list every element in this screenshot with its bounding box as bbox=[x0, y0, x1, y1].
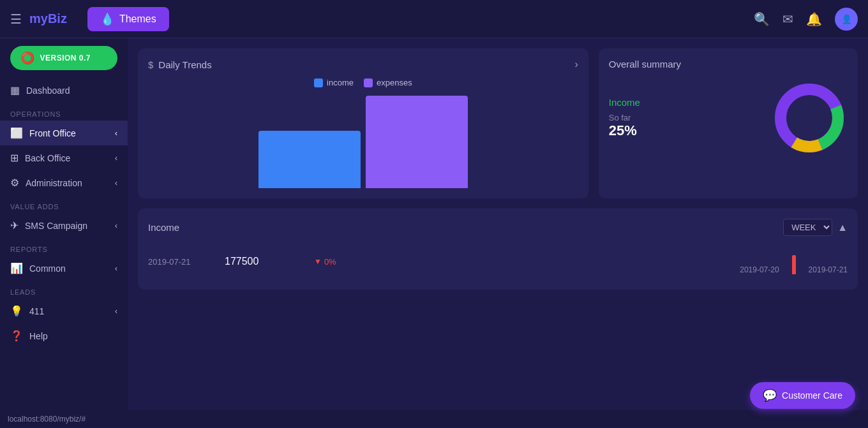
sidebar-item-label: 411 bbox=[29, 306, 44, 316]
summary-title: Overall summary bbox=[609, 59, 848, 70]
back-office-icon: ⊞ bbox=[10, 152, 19, 164]
mail-icon[interactable]: ✉ bbox=[782, 11, 793, 27]
sidebar-item-label: Help bbox=[29, 331, 48, 341]
sidebar-item-411[interactable]: 💡 411 ‹ bbox=[0, 299, 128, 323]
chevron-icon: ‹ bbox=[115, 264, 117, 273]
sidebar-item-sms-campaign[interactable]: ✈ SMS Campaign ‹ bbox=[0, 213, 128, 238]
hamburger-icon[interactable]: ☰ bbox=[10, 11, 22, 27]
donut-chart bbox=[771, 80, 848, 156]
so-far-label: So far bbox=[609, 113, 640, 122]
percent-label: 25% bbox=[609, 122, 640, 139]
sidebar-item-back-office[interactable]: ⊞ Back Office ‹ bbox=[0, 145, 128, 170]
version-button[interactable]: ⭕ VERSION 0.7 bbox=[10, 46, 117, 70]
dollar-icon: $ bbox=[148, 59, 153, 70]
donut-svg bbox=[771, 80, 848, 156]
github-icon: ⭕ bbox=[20, 51, 35, 65]
logo-my: my bbox=[29, 11, 48, 26]
trend-percent: 0% bbox=[324, 257, 336, 267]
trend-down-icon: ▼ bbox=[314, 257, 322, 266]
logo-biz: Biz bbox=[48, 11, 67, 26]
sidebar-item-label: Front Office bbox=[29, 128, 76, 138]
main-layout: ⭕ VERSION 0.7 ▦ Dashboard OPERATIONS ⬜ F… bbox=[0, 38, 868, 410]
daily-trends-title: Daily Trends bbox=[158, 59, 211, 70]
income-dot bbox=[314, 78, 323, 87]
active-tab[interactable]: 💧 Themes bbox=[87, 7, 169, 31]
mini-bar-container bbox=[792, 249, 796, 274]
income-section-title: Income bbox=[148, 222, 179, 233]
income-date: 2019-07-21 bbox=[148, 257, 212, 267]
header-right: 🔍 ✉ 🔔 👤 bbox=[754, 8, 858, 31]
svg-point-3 bbox=[788, 96, 831, 140]
chevron-icon: ‹ bbox=[115, 129, 117, 138]
leads-icon: 💡 bbox=[10, 305, 23, 317]
card-title: $ Daily Trends bbox=[148, 59, 212, 70]
mini-chart-dates: 2019-07-20 2019-07-21 bbox=[740, 249, 848, 274]
content-area: $ Daily Trends › income expenses bbox=[128, 38, 868, 410]
chevron-icon: ‹ bbox=[115, 154, 117, 163]
chevron-icon: ‹ bbox=[115, 221, 117, 230]
mini-bar bbox=[792, 255, 796, 274]
avatar[interactable]: 👤 bbox=[835, 8, 858, 31]
card-chevron-icon[interactable]: › bbox=[574, 59, 578, 70]
customer-care-icon: 💬 bbox=[763, 388, 777, 402]
chevron-icon: ‹ bbox=[115, 179, 117, 188]
expenses-legend: expenses bbox=[364, 78, 412, 87]
bar-chart bbox=[148, 92, 578, 188]
collapse-icon[interactable]: ▲ bbox=[837, 222, 848, 233]
logo: myBiz bbox=[29, 11, 67, 26]
sidebar-item-label: Dashboard bbox=[26, 85, 70, 96]
mini-chart-area: 2019-07-20 2019-07-21 bbox=[740, 249, 848, 274]
sidebar-item-front-office[interactable]: ⬜ Front Office ‹ bbox=[0, 121, 128, 145]
sidebar-item-label: Administration bbox=[26, 178, 82, 188]
sidebar-item-label: SMS Campaign bbox=[25, 221, 87, 231]
week-selector: WEEK ▲ bbox=[783, 219, 848, 236]
dashboard-icon: ▦ bbox=[10, 84, 20, 96]
sidebar-item-dashboard[interactable]: ▦ Dashboard bbox=[0, 78, 128, 103]
section-operations: OPERATIONS bbox=[0, 103, 128, 121]
section-reports: REPORTS bbox=[0, 238, 128, 256]
income-legend-label: income bbox=[327, 78, 354, 87]
section-value-adds: VALUE ADDS bbox=[0, 195, 128, 213]
income-trend: ▼ 0% bbox=[314, 257, 336, 267]
themes-icon: 💧 bbox=[100, 12, 114, 26]
income-header: Income WEEK ▲ bbox=[148, 219, 848, 236]
sidebar-item-administration[interactable]: ⚙ Administration ‹ bbox=[0, 170, 128, 195]
income-bar bbox=[258, 131, 361, 188]
bell-icon[interactable]: 🔔 bbox=[806, 11, 822, 27]
help-icon: ❓ bbox=[10, 330, 23, 342]
header-left: ☰ myBiz 💧 Themes bbox=[10, 7, 169, 31]
customer-care-label: Customer Care bbox=[782, 390, 842, 401]
admin-icon: ⚙ bbox=[10, 177, 19, 189]
week-dropdown[interactable]: WEEK bbox=[783, 219, 832, 236]
customer-care-button[interactable]: 💬 Customer Care bbox=[750, 382, 855, 409]
expenses-dot bbox=[364, 78, 373, 87]
sidebar-item-label: Back Office bbox=[25, 153, 70, 163]
active-tab-label: Themes bbox=[119, 13, 156, 25]
front-office-icon: ⬜ bbox=[10, 127, 23, 139]
sidebar: ⭕ VERSION 0.7 ▦ Dashboard OPERATIONS ⬜ F… bbox=[0, 38, 128, 410]
status-bar: localhost:8080/mybiz/# bbox=[0, 410, 868, 428]
section-leads: LEADS bbox=[0, 281, 128, 299]
overall-summary-card: Overall summary Income So far 25% bbox=[599, 48, 858, 198]
summary-content: Income So far 25% bbox=[609, 80, 848, 156]
sms-icon: ✈ bbox=[10, 219, 19, 232]
summary-left: Income So far 25% bbox=[609, 97, 640, 139]
header: ☰ myBiz 💧 Themes 🔍 ✉ 🔔 👤 bbox=[0, 0, 868, 38]
expenses-bar bbox=[366, 96, 468, 188]
sidebar-item-help[interactable]: ❓ Help bbox=[0, 323, 128, 348]
expenses-legend-label: expenses bbox=[377, 78, 412, 87]
search-icon[interactable]: 🔍 bbox=[754, 11, 770, 27]
status-url: localhost:8080/mybiz/# bbox=[8, 415, 86, 424]
mini-date-to: 2019-07-21 bbox=[809, 265, 848, 274]
income-card: Income WEEK ▲ 2019-07-21 177500 ▼ 0% 2 bbox=[138, 209, 858, 290]
common-icon: 📊 bbox=[10, 262, 23, 274]
sidebar-item-common[interactable]: 📊 Common ‹ bbox=[0, 256, 128, 281]
card-header: $ Daily Trends › bbox=[148, 59, 578, 70]
sidebar-item-label: Common bbox=[29, 263, 66, 274]
chevron-icon: ‹ bbox=[115, 307, 117, 316]
income-amount: 177500 bbox=[225, 256, 301, 267]
daily-trends-card: $ Daily Trends › income expenses bbox=[138, 48, 588, 198]
top-row: $ Daily Trends › income expenses bbox=[138, 48, 858, 198]
income-label: Income bbox=[609, 97, 640, 108]
chart-legend: income expenses bbox=[148, 78, 578, 87]
